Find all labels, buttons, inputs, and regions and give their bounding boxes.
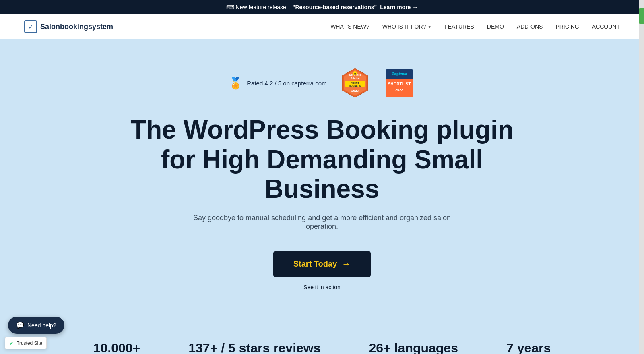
capterra-badge: Capterra SHORTLIST 2023 Capterra [383, 67, 415, 99]
svg-text:2023: 2023 [395, 88, 403, 92]
hero-heading: The WordPress Booking plugin for High De… [121, 115, 523, 204]
logo-link[interactable]: ✓ Salonbookingsystem [24, 20, 113, 33]
hero-section: 🏅 Rated 4.2 / 5 on capterra.com Software… [0, 39, 644, 329]
help-label: Need help? [27, 322, 56, 329]
learn-more-link[interactable]: Learn more → [380, 4, 418, 10]
trusted-site-label: Trusted Site [17, 340, 42, 346]
nav-who-is-it-for[interactable]: WHO IS IT FOR? ▼ [382, 23, 432, 30]
start-today-label: Start Today [293, 259, 337, 269]
navbar: ✓ Salonbookingsystem WHAT'S NEW? WHO IS … [0, 14, 644, 39]
nav-account[interactable]: ACCOUNT [592, 23, 620, 30]
capterra-rating: 🏅 Rated 4.2 / 5 on capterra.com [229, 77, 326, 90]
stat-reviews: 137+ / 5 stars reviews [188, 341, 320, 354]
keyboard-icon: ⌨ New feature release: [226, 4, 288, 10]
software-advice-badge: Software Advice FRONT RUNNERS 2023 ★ [339, 67, 371, 99]
chevron-down-icon: ▼ [427, 25, 431, 29]
start-today-button[interactable]: Start Today → [273, 251, 371, 277]
scroll-thumb[interactable] [639, 8, 644, 24]
nav-addons[interactable]: ADD-ONS [517, 23, 543, 30]
cta-container: Start Today → See it in action [273, 251, 371, 290]
stat-number-years: 7 years [506, 341, 551, 354]
nav-whats-new[interactable]: WHAT'S NEW? [330, 23, 369, 30]
announcement-bar: ⌨ New feature release: "Resource-based r… [0, 0, 644, 14]
svg-text:Capterra: Capterra [392, 72, 407, 76]
svg-text:FRONT: FRONT [351, 82, 359, 84]
stat-installs: 10.000+ [93, 341, 140, 354]
logo-icon: ✓ [24, 20, 37, 33]
hero-subtext: Say goodbye to manual scheduling and get… [177, 214, 467, 231]
svg-text:RUNNERS: RUNNERS [349, 85, 361, 87]
stat-years: 7 years [506, 341, 551, 354]
nav-features[interactable]: FEATURES [444, 23, 474, 30]
stat-number-reviews: 137+ / 5 stars reviews [188, 341, 320, 354]
scrollbar[interactable] [639, 0, 644, 354]
see-in-action-button[interactable]: See it in action [303, 284, 341, 290]
svg-text:2023: 2023 [351, 89, 359, 93]
rating-text: Rated 4.2 / 5 on capterra.com [247, 80, 326, 87]
nav-demo[interactable]: DEMO [487, 23, 504, 30]
help-button[interactable]: 💬 Need help? [8, 317, 64, 334]
svg-text:★: ★ [354, 72, 356, 75]
trusted-site-badge: ✔ Trusted Site [5, 337, 47, 349]
stat-languages: 26+ languages [369, 341, 458, 354]
stats-row: 10.000+ 137+ / 5 stars reviews 26+ langu… [0, 329, 644, 354]
nav-pricing[interactable]: PRICING [555, 23, 579, 30]
check-icon: ✔ [9, 340, 14, 346]
svg-text:SHORTLIST: SHORTLIST [388, 82, 411, 86]
award-icon: 🏅 [229, 77, 243, 90]
arrow-icon: → [342, 259, 351, 269]
svg-text:Advice: Advice [350, 77, 359, 80]
nav-links: WHAT'S NEW? WHO IS IT FOR? ▼ FEATURES DE… [330, 23, 620, 30]
chat-icon: 💬 [16, 321, 24, 329]
stat-number-languages: 26+ languages [369, 341, 458, 354]
badges-row: 🏅 Rated 4.2 / 5 on capterra.com Software… [229, 67, 415, 99]
logo-text: Salonbookingsystem [40, 23, 113, 31]
svg-rect-15 [386, 92, 413, 97]
stat-number-installs: 10.000+ [93, 341, 140, 354]
feature-name: "Resource-based reservations" [293, 4, 377, 10]
